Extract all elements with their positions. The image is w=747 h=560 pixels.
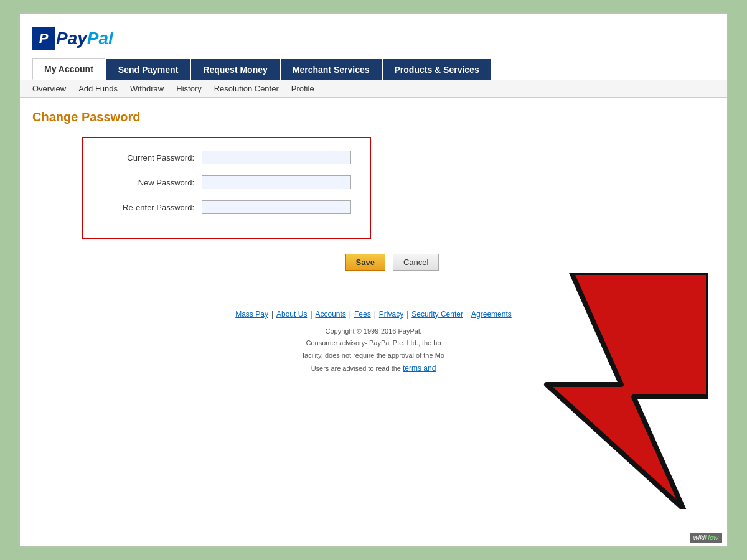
- reenter-password-label: Re-enter Password:: [102, 203, 202, 212]
- footer-link-privacy[interactable]: Privacy: [379, 308, 403, 322]
- save-button[interactable]: Save: [345, 254, 385, 271]
- new-password-row: New Password:: [102, 175, 351, 189]
- tab-request-money[interactable]: Request Money: [191, 59, 279, 80]
- footer-advisory2: facility, does not require the approval …: [32, 350, 715, 362]
- reenter-password-input[interactable]: [202, 200, 351, 214]
- form-buttons: Save Cancel: [70, 254, 715, 271]
- logo-pay: Pay: [56, 29, 87, 49]
- footer-advisory1: Consumer advisory- PayPal Pte. Ltd., the…: [32, 337, 715, 350]
- footer-link-agreements[interactable]: Agreements: [471, 308, 512, 322]
- logo-p-icon: P: [32, 27, 55, 50]
- footer-link-about-us[interactable]: About Us: [276, 308, 307, 322]
- footer-link-fees[interactable]: Fees: [354, 308, 371, 322]
- footer-link-accounts[interactable]: Accounts: [316, 308, 346, 322]
- reenter-password-row: Re-enter Password:: [102, 200, 351, 214]
- page-title: Change Password: [32, 110, 715, 124]
- main-content: Change Password Current Password: New Pa…: [20, 98, 727, 388]
- paypal-logo: P Pay Pal: [32, 21, 715, 58]
- current-password-input[interactable]: [202, 151, 351, 164]
- change-password-form: Current Password: New Password: Re-enter…: [82, 137, 371, 239]
- cancel-button[interactable]: Cancel: [393, 254, 439, 271]
- footer-link-mass-pay[interactable]: Mass Pay: [235, 308, 268, 322]
- footer-copyright: Copyright © 1999-2016 PayPal.: [32, 325, 715, 338]
- new-password-label: New Password:: [102, 178, 202, 187]
- subnav-history[interactable]: History: [176, 84, 201, 93]
- footer: Mass Pay | About Us | Accounts | Fees | …: [32, 308, 715, 376]
- current-password-label: Current Password:: [102, 153, 202, 162]
- tab-products-services[interactable]: Products & Services: [383, 59, 491, 80]
- subnav-resolution-center[interactable]: Resolution Center: [214, 84, 279, 93]
- subnav-add-funds[interactable]: Add Funds: [78, 84, 118, 93]
- footer-links: Mass Pay | About Us | Accounts | Fees | …: [32, 308, 715, 322]
- wikihow-badge: wikiHow: [690, 533, 722, 543]
- subnav-withdraw[interactable]: Withdraw: [130, 84, 164, 93]
- subnav-profile[interactable]: Profile: [291, 84, 314, 93]
- logo-text: Pay Pal: [56, 29, 113, 49]
- sub-nav: Overview Add Funds Withdraw History Reso…: [20, 80, 727, 98]
- footer-advisory3: Users are advised to read the terms and: [32, 362, 715, 376]
- current-password-row: Current Password:: [102, 151, 351, 164]
- footer-terms-link[interactable]: terms and: [403, 364, 436, 373]
- footer-link-security[interactable]: Security Center: [411, 308, 463, 322]
- subnav-overview[interactable]: Overview: [32, 84, 66, 93]
- main-nav: My Account Send Payment Request Money Me…: [20, 58, 727, 80]
- tab-my-account[interactable]: My Account: [32, 58, 105, 80]
- logo-pal: Pal: [87, 29, 113, 49]
- new-password-input[interactable]: [202, 175, 351, 189]
- tab-send-payment[interactable]: Send Payment: [106, 59, 190, 80]
- tab-merchant-services[interactable]: Merchant Services: [281, 59, 382, 80]
